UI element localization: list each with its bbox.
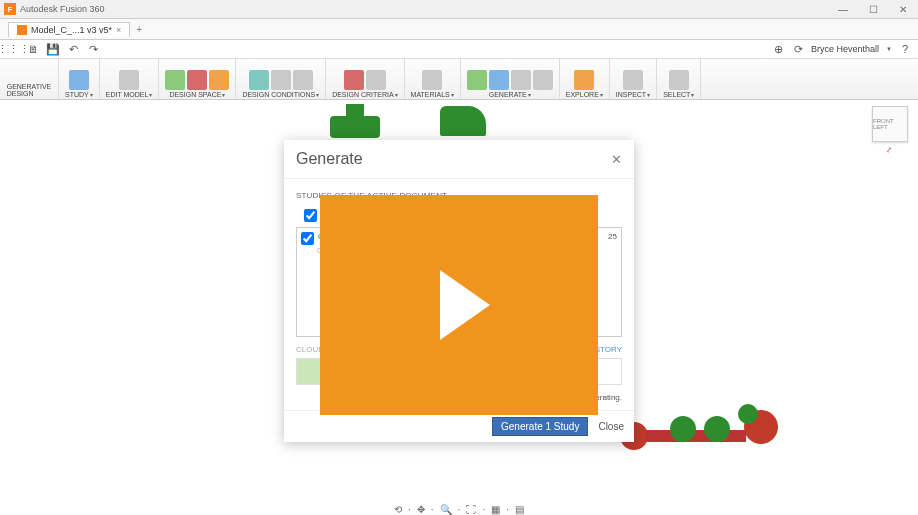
precheck-icon (467, 70, 487, 90)
video-play-overlay[interactable] (320, 195, 598, 415)
axis-triad: ⤤ (886, 146, 892, 154)
nav-bar[interactable]: ⟲· ✥· 🔍· ⛶· ▦· ▤ (394, 504, 524, 515)
panel-design-space[interactable]: DESIGN SPACE▾ (159, 59, 236, 99)
study-checkbox[interactable] (301, 232, 314, 245)
app-icon: F (4, 3, 16, 15)
grid-icon[interactable]: ▤ (515, 504, 524, 515)
obstacle-icon (187, 70, 207, 90)
fusion-doc-icon (17, 25, 27, 35)
panel-study[interactable]: STUDY▾ (59, 59, 100, 99)
file-icon[interactable]: 🗎 (26, 42, 40, 56)
pan-icon[interactable]: ✥ (417, 504, 425, 515)
model-part (738, 404, 758, 424)
model-part (440, 106, 486, 136)
close-dialog-button[interactable]: Close (598, 421, 624, 432)
save-icon[interactable]: 💾 (46, 42, 60, 56)
document-tab-strip: Model_C_...1 v3 v5* × + (0, 19, 918, 40)
materials-icon (422, 70, 442, 90)
workspace-switcher[interactable]: GENERATIVE DESIGN (0, 59, 59, 99)
panel-materials[interactable]: MATERIALS▾ (405, 59, 461, 99)
maximize-button[interactable]: ☐ (858, 0, 888, 18)
generate-icon (489, 70, 509, 90)
starting-shape-icon (209, 70, 229, 90)
loads-icon (271, 70, 291, 90)
redo-icon[interactable]: ↷ (86, 42, 100, 56)
explore-icon (574, 70, 594, 90)
document-tab[interactable]: Model_C_...1 v3 v5* × (8, 22, 130, 37)
quick-access-toolbar: ⋮⋮⋮ 🗎 💾 ↶ ↷ ⊕ ⟳ Bryce Heventhall ▼ ? (0, 40, 918, 59)
new-tab-button[interactable]: + (136, 24, 142, 35)
previewer-icon (533, 70, 553, 90)
preserve-icon (165, 70, 185, 90)
job-status-icon[interactable]: ⟳ (791, 42, 805, 56)
display-icon[interactable]: ▦ (491, 504, 500, 515)
app-title: Autodesk Fusion 360 (20, 4, 105, 14)
close-window-button[interactable]: ✕ (888, 0, 918, 18)
panel-design-conditions[interactable]: DESIGN CONDITIONS▾ (236, 59, 326, 99)
select-icon (669, 70, 689, 90)
document-tab-label: Model_C_...1 v3 v5* (31, 25, 112, 35)
extensions-icon[interactable]: ⊕ (771, 42, 785, 56)
inspect-icon (623, 70, 643, 90)
zoom-icon[interactable]: 🔍 (440, 504, 452, 515)
new-study-icon (69, 70, 89, 90)
title-bar: F Autodesk Fusion 360 — ☐ ✕ (0, 0, 918, 19)
panel-select[interactable]: SELECT▾ (657, 59, 701, 99)
loadcase-icon (293, 70, 313, 90)
viewport[interactable]: FRONT LEFT ⤤ Generate ✕ STUDIES OF THE A… (0, 100, 918, 515)
minimize-button[interactable]: — (828, 0, 858, 18)
edit-model-icon (119, 70, 139, 90)
user-name[interactable]: Bryce Heventhall (811, 44, 879, 54)
generate-study-button[interactable]: Generate 1 Study (492, 417, 588, 436)
ribbon: GENERATIVE DESIGN STUDY▾ EDIT MODEL▾ DES… (0, 59, 918, 100)
on-demand-icon (511, 70, 531, 90)
panel-edit-model[interactable]: EDIT MODEL▾ (100, 59, 160, 99)
model-part (330, 116, 380, 138)
model-part (670, 416, 696, 442)
orbit-icon[interactable]: ⟲ (394, 504, 402, 515)
panel-design-criteria[interactable]: DESIGN CRITERIA▾ (326, 59, 404, 99)
panel-inspect[interactable]: INSPECT▾ (610, 59, 657, 99)
dialog-title: Generate (296, 150, 363, 168)
panel-generate[interactable]: GENERATE▾ (461, 59, 560, 99)
dialog-close-icon[interactable]: ✕ (611, 152, 622, 167)
select-all-checkbox[interactable] (304, 209, 317, 222)
view-cube[interactable]: FRONT LEFT (872, 106, 908, 142)
undo-icon[interactable]: ↶ (66, 42, 80, 56)
model-part (346, 104, 364, 118)
constraints-icon (249, 70, 269, 90)
close-tab-icon[interactable]: × (116, 25, 121, 35)
grid-menu-icon[interactable]: ⋮⋮⋮ (6, 42, 20, 56)
objectives-icon (344, 70, 364, 90)
user-menu-caret-icon[interactable]: ▼ (886, 46, 892, 52)
model-part (646, 430, 746, 442)
help-icon[interactable]: ? (898, 42, 912, 56)
panel-explore[interactable]: EXPLORE▾ (560, 59, 610, 99)
play-icon (440, 270, 490, 340)
model-part (704, 416, 730, 442)
fit-icon[interactable]: ⛶ (466, 504, 476, 515)
manufacturing-icon (366, 70, 386, 90)
